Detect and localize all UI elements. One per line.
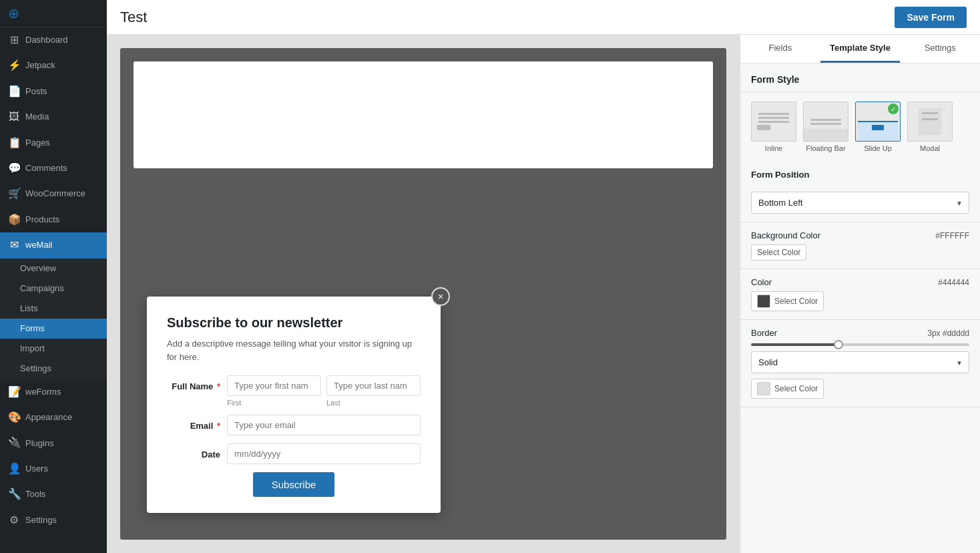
bg-color-value: #FFFFFF [935,231,969,240]
style-inline[interactable]: Inline [751,102,796,152]
color-select-button[interactable]: Select Color [751,291,824,311]
page-title: Test [120,9,147,26]
wemail-icon: ✉ [8,238,20,252]
popup-close-button[interactable]: × [431,287,450,306]
date-input[interactable] [227,443,421,464]
sidebar-item-media[interactable]: 🖼 Media [0,104,107,130]
preview-background: × Subscribe to our newsletter Add a desc… [120,48,726,540]
last-name-input[interactable] [326,375,421,396]
first-name-input[interactable] [227,375,321,396]
page-header: Test Save Form [107,0,980,35]
border-slider[interactable] [751,343,969,346]
posts-icon: 📄 [8,84,20,99]
sub-label-row: First Last [227,399,421,407]
sidebar-item-posts[interactable]: 📄 Posts [0,79,107,104]
form-position-select-wrapper: Bottom Left [751,192,969,214]
sidebar-item-label: Media [25,111,49,123]
sidebar-item-jetpack[interactable]: ⚡ Jetpack [0,53,107,78]
form-style-title: Form Style [740,63,980,92]
border-style-wrapper: Solid [751,351,969,373]
popup-title: Subscribe to our newsletter [167,315,421,331]
pages-icon: 📋 [8,136,20,150]
floating-bar-label: Floating Bar [806,144,845,152]
sidebar-item-users[interactable]: 👤 Users [0,456,107,482]
sidebar-item-label: weMail [25,239,52,251]
sidebar-item-tools[interactable]: 🔧 Tools [0,482,107,507]
sidebar-item-label: Lists [20,303,38,315]
form-style-section: Form Style Inline [740,63,980,162]
sidebar-item-products[interactable]: 📦 Products [0,207,107,232]
sidebar-item-label: Overview [20,262,56,274]
date-input-col [227,443,421,464]
plugins-icon: 🔌 [8,435,20,450]
sidebar-item-settings-sub[interactable]: Settings [0,359,107,379]
sidebar-item-lists[interactable]: Lists [0,299,107,319]
color-button-label: Select Color [774,297,818,306]
tab-fields[interactable]: Fields [740,35,820,63]
panel-tabs: Fields Template Style Settings [740,35,980,63]
sidebar-item-comments[interactable]: 💬 Comments [0,156,107,181]
subscribe-button[interactable]: Subscribe [253,472,335,497]
date-field-row: Date [167,443,421,464]
border-values: 3px #ddddd [927,329,969,338]
email-field-row: Email * [167,415,421,435]
sidebar-item-forms[interactable]: Forms [0,319,107,339]
sidebar-item-label: WooCommerce [25,188,85,200]
comments-icon: 💬 [8,161,20,176]
full-name-inputs: First Last [227,375,421,407]
sidebar-item-wemail[interactable]: ✉ weMail [0,232,107,258]
border-color-select-button[interactable]: Select Color [751,379,824,399]
content-area: × Subscribe to our newsletter Add a desc… [107,35,980,553]
bg-color-select-button[interactable]: Select Color [751,244,806,260]
panel-content: Form Style Inline [740,63,980,553]
tab-settings[interactable]: Settings [900,35,980,63]
email-label: Email * [167,415,227,431]
bg-color-button-label: Select Color [757,248,800,257]
sidebar-item-appearance[interactable]: 🎨 Appearance [0,405,107,430]
email-input-col [227,415,421,435]
sidebar-item-campaigns[interactable]: Campaigns [0,279,107,299]
sidebar-item-pages[interactable]: 📋 Pages [0,130,107,156]
slide-up-label: Slide Up [864,144,892,152]
tools-icon: 🔧 [8,487,20,502]
floating-bar-thumb [803,102,848,142]
border-style-select[interactable]: Solid [751,351,969,373]
style-slide-up[interactable]: ✓ Slide Up [855,102,901,152]
settings-icon: ⚙ [8,513,20,528]
wemail-submenu: Overview Campaigns Lists Forms Import Se… [0,258,107,379]
form-position-select[interactable]: Bottom Left [751,192,969,214]
sidebar-item-settings[interactable]: ⚙ Settings [0,508,107,533]
border-section: Border 3px #ddddd Solid [740,320,980,407]
style-floating-bar[interactable]: Floating Bar [803,102,848,152]
submit-row: Subscribe [167,472,421,497]
bg-color-label: Background Color [751,230,820,240]
weforms-icon: 📝 [8,385,20,399]
popup-description: Add a descriptive message telling what y… [167,337,421,363]
border-row: Border 3px #ddddd [751,328,969,338]
modal-label: Modal [920,144,940,152]
required-indicator: * [214,381,220,391]
main-content: Test Save Form × Subscribe to our newsle… [107,0,980,553]
tab-template-style[interactable]: Template Style [820,35,901,63]
sidebar-item-label: Products [25,214,59,226]
style-modal[interactable]: Modal [907,102,953,152]
sidebar-item-overview[interactable]: Overview [0,258,107,279]
sidebar-item-label: Users [25,463,48,475]
email-input[interactable] [227,415,421,435]
sidebar-item-label: Dashboard [25,34,68,46]
color-value: #444444 [938,278,969,287]
sidebar-item-weforms[interactable]: 📝 weForms [0,379,107,405]
close-icon: × [438,291,443,302]
full-name-input-row [227,375,421,396]
sidebar-item-woocommerce[interactable]: 🛒 WooCommerce [0,181,107,206]
color-label: Color [751,277,772,287]
selected-checkmark: ✓ [888,104,899,114]
form-position-row: Form Position [751,170,969,186]
form-popup: × Subscribe to our newsletter Add a desc… [147,297,441,513]
save-form-button[interactable]: Save Form [895,7,967,28]
sidebar-item-label: Jetpack [25,59,55,71]
sidebar-item-label: Plugins [25,437,54,449]
sidebar-item-dashboard[interactable]: ⊞ Dashboard [0,27,107,53]
sidebar-item-import[interactable]: Import [0,339,107,359]
sidebar-item-plugins[interactable]: 🔌 Plugins [0,430,107,455]
